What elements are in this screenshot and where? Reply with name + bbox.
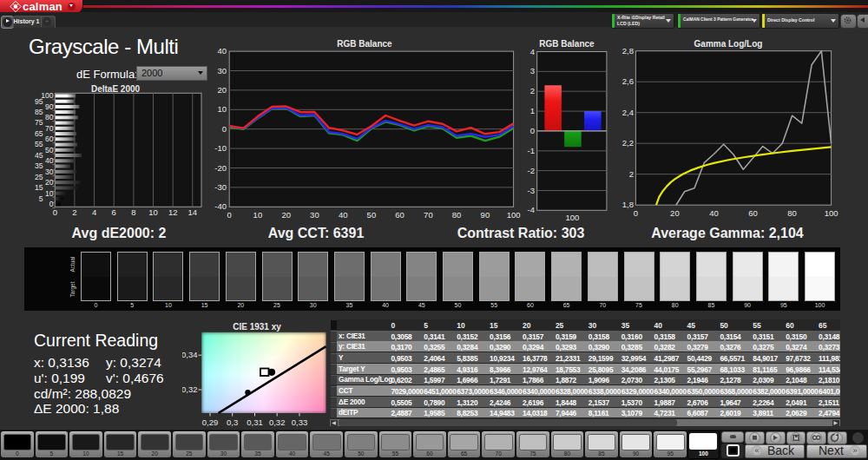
svg-text:0: 0 [53, 207, 57, 217]
svg-text:2,4: 2,4 [622, 108, 634, 117]
svg-text:-20: -20 [214, 163, 227, 173]
svg-text:30: 30 [217, 66, 227, 76]
svg-text:-40: -40 [214, 201, 227, 211]
svg-text:55: 55 [35, 140, 43, 148]
svg-text:80: 80 [45, 113, 54, 122]
svg-text:50: 50 [45, 146, 54, 154]
svg-text:0: 0 [634, 208, 638, 218]
svg-text:30: 30 [45, 168, 54, 176]
svg-text:100: 100 [565, 213, 579, 221]
svg-text:70: 70 [45, 124, 54, 133]
svg-text:-30: -30 [214, 182, 227, 192]
svg-text:45: 45 [35, 151, 43, 160]
svg-text:0,3: 0,3 [227, 417, 238, 427]
svg-text:5: 5 [39, 194, 43, 203]
svg-text:10: 10 [253, 210, 263, 220]
svg-text:60: 60 [45, 135, 54, 143]
svg-text:25: 25 [35, 173, 43, 181]
svg-text:100: 100 [825, 208, 838, 218]
svg-text:0: 0 [222, 124, 227, 134]
svg-text:40: 40 [217, 46, 227, 56]
svg-text:20: 20 [217, 85, 227, 95]
svg-text:2,8: 2,8 [622, 46, 634, 56]
svg-text:10: 10 [217, 104, 227, 114]
svg-text:DeltaE 2000: DeltaE 2000 [91, 84, 141, 94]
svg-text:0,34: 0,34 [182, 350, 198, 359]
svg-text:-3: -3 [528, 186, 535, 195]
svg-text:2: 2 [72, 207, 76, 217]
svg-text:-10: -10 [214, 143, 227, 153]
svg-text:80: 80 [452, 210, 462, 220]
svg-text:3: 3 [530, 66, 535, 76]
svg-text:70: 70 [424, 210, 433, 220]
svg-text:4: 4 [530, 47, 535, 56]
svg-text:RGB Balance: RGB Balance [539, 39, 595, 49]
svg-text:40: 40 [339, 210, 348, 220]
svg-text:2,6: 2,6 [622, 76, 634, 86]
svg-text:12: 12 [168, 207, 178, 217]
svg-text:40: 40 [709, 208, 719, 218]
svg-text:75: 75 [35, 118, 43, 127]
svg-text:1,8: 1,8 [622, 200, 634, 209]
svg-text:0,33: 0,33 [292, 417, 308, 427]
svg-text:95: 95 [35, 97, 43, 106]
svg-text:-1: -1 [528, 146, 535, 155]
svg-text:-2: -2 [528, 166, 535, 175]
svg-text:85: 85 [35, 108, 43, 116]
svg-text:0,32: 0,32 [269, 417, 286, 427]
svg-text:50: 50 [367, 210, 377, 220]
svg-text:1: 1 [530, 106, 535, 115]
svg-text:20: 20 [45, 178, 54, 187]
svg-text:0: 0 [227, 210, 232, 220]
svg-text:2,2: 2,2 [622, 138, 634, 148]
svg-text:60: 60 [748, 208, 758, 218]
svg-text:Gamma Log/Log: Gamma Log/Log [694, 39, 763, 49]
svg-text:10: 10 [148, 207, 158, 217]
svg-text:90: 90 [45, 102, 54, 111]
svg-text:6: 6 [112, 207, 116, 217]
svg-text:0,32: 0,32 [182, 384, 198, 394]
svg-text:2: 2 [629, 169, 634, 179]
svg-text:20: 20 [670, 208, 680, 218]
svg-text:15: 15 [35, 183, 43, 192]
svg-text:60: 60 [395, 210, 404, 220]
svg-text:10: 10 [45, 189, 54, 198]
svg-text:RGB Balance: RGB Balance [337, 39, 392, 49]
svg-text:0,31: 0,31 [247, 417, 263, 427]
svg-text:-4: -4 [528, 205, 535, 214]
svg-text:65: 65 [35, 129, 43, 138]
svg-text:4: 4 [92, 207, 96, 217]
svg-text:80: 80 [787, 208, 797, 218]
svg-text:CIE 1931 xy: CIE 1931 xy [233, 322, 281, 332]
svg-text:90: 90 [481, 210, 490, 220]
svg-text:0: 0 [530, 126, 535, 135]
svg-text:20: 20 [281, 210, 291, 220]
svg-text:35: 35 [35, 161, 43, 170]
svg-text:0,29: 0,29 [202, 417, 219, 427]
svg-text:40: 40 [45, 156, 54, 165]
svg-text:8: 8 [131, 207, 135, 217]
svg-text:30: 30 [310, 210, 319, 220]
svg-text:14: 14 [188, 207, 198, 217]
svg-text:2: 2 [530, 86, 535, 95]
